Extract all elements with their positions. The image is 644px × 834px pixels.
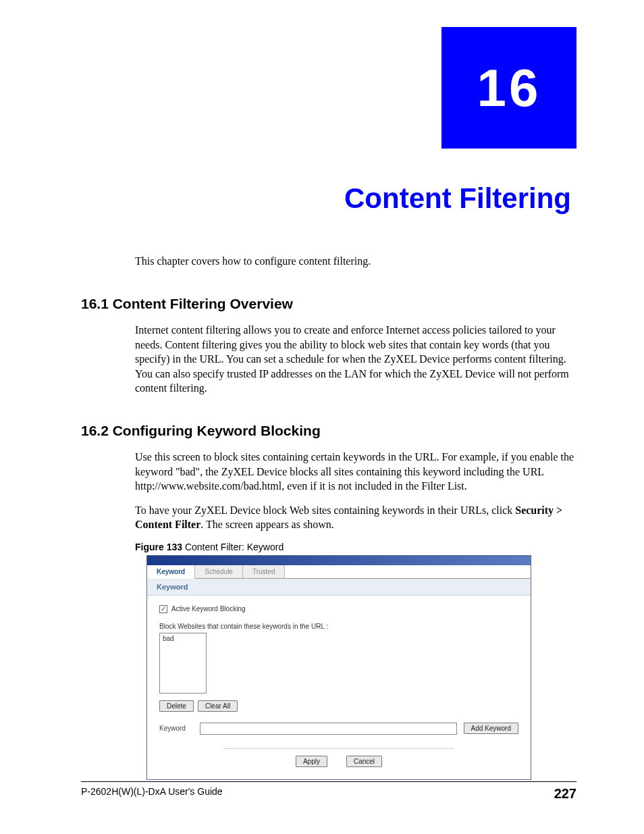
footer-page-number: 227	[554, 786, 576, 802]
tab-keyword[interactable]: Keyword	[147, 565, 195, 579]
apply-button[interactable]: Apply	[296, 756, 327, 767]
section-16-2-p1: Use this screen to block sites containin…	[135, 450, 576, 494]
tab-schedule[interactable]: Schedule	[195, 565, 243, 578]
text: To have your ZyXEL Device block Web site…	[135, 504, 515, 516]
section-16-2-p2: To have your ZyXEL Device block Web site…	[135, 503, 576, 532]
list-item[interactable]: bad	[163, 635, 203, 642]
keyword-input[interactable]	[200, 723, 457, 735]
active-keyword-blocking-row: ✓ Active Keyword Blocking	[159, 605, 518, 613]
page-footer: P-2602H(W)(L)-DxA User's Guide 227	[81, 781, 576, 802]
apply-cancel-row: Apply Cancel	[159, 756, 518, 767]
tab-trusted[interactable]: Trusted	[243, 565, 286, 578]
page: 16 Content Filtering This chapter covers…	[0, 0, 644, 834]
section-16-1-heading: 16.1 Content Filtering Overview	[81, 296, 576, 312]
chapter-intro: This chapter covers how to configure con…	[135, 255, 576, 267]
tab-bar: Keyword Schedule Trusted	[147, 565, 531, 579]
keyword-listbox[interactable]: bad	[159, 633, 207, 694]
add-keyword-button[interactable]: Add Keyword	[464, 723, 518, 734]
window-titlebar	[147, 556, 531, 565]
footer-guide-name: P-2602H(W)(L)-DxA User's Guide	[81, 786, 223, 802]
divider	[224, 748, 454, 749]
delete-button[interactable]: Delete	[159, 700, 194, 712]
keyword-input-row: Keyword Add Keyword	[159, 723, 518, 735]
active-keyword-blocking-checkbox[interactable]: ✓	[159, 605, 167, 613]
panel-header-keyword: Keyword	[147, 579, 531, 596]
active-keyword-blocking-label: Active Keyword Blocking	[171, 605, 246, 613]
content-filter-screenshot: Keyword Schedule Trusted Keyword ✓ Activ…	[146, 555, 531, 780]
keyword-input-label: Keyword	[159, 725, 193, 732]
figure-title: Content Filter: Keyword	[182, 542, 284, 552]
block-websites-label: Block Websites that contain these keywor…	[159, 623, 518, 630]
section-16-1-body: Internet content filtering allows you to…	[135, 323, 576, 396]
figure-label: Figure 133	[135, 542, 182, 552]
panel-body: ✓ Active Keyword Blocking Block Websites…	[147, 596, 531, 779]
chapter-number-block: 16	[441, 27, 576, 149]
section-16-2-heading: 16.2 Configuring Keyword Blocking	[81, 423, 576, 439]
clear-all-button[interactable]: Clear All	[198, 700, 238, 712]
text: . The screen appears as shown.	[200, 519, 333, 530]
chapter-number: 16	[477, 57, 541, 119]
cancel-button[interactable]: Cancel	[346, 756, 382, 767]
figure-caption: Figure 133 Content Filter: Keyword	[135, 542, 576, 552]
chapter-title: Content Filtering	[81, 182, 576, 215]
list-button-row: Delete Clear All	[159, 700, 518, 712]
